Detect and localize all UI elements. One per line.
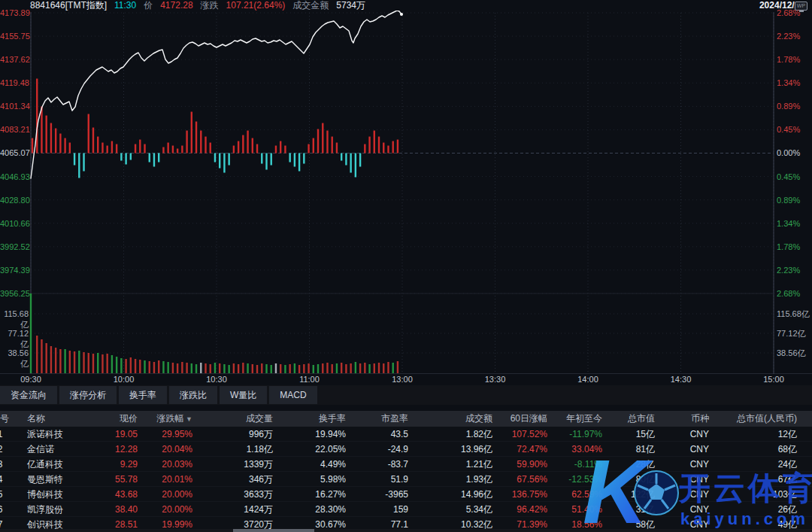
cell-zf60: 107.52% bbox=[494, 427, 549, 442]
cell-xh: 5 bbox=[0, 487, 12, 502]
cell-zdf: 20.00% bbox=[139, 487, 194, 502]
col-header-zsz[interactable]: 总市值 bbox=[604, 411, 656, 427]
table-row[interactable]: 2金信诺12.2820.04%1.18亿22.05%-24.913.96亿72.… bbox=[0, 442, 812, 457]
last-price-dot bbox=[400, 13, 403, 16]
cell-xh: 6 bbox=[0, 502, 12, 517]
cell-syl: 51.9 bbox=[347, 472, 410, 487]
table-body: 1派诺科技19.0529.95%996万19.94%43.51.82亿107.5… bbox=[0, 427, 812, 532]
cell-zszrmb: 12亿 bbox=[710, 427, 798, 442]
col-header-ytd[interactable]: 年初至今 bbox=[549, 411, 604, 427]
cell-mc: 派诺科技 bbox=[12, 427, 102, 442]
cell-cje: 1.21亿 bbox=[410, 457, 494, 472]
time-axis-label: 15:00 bbox=[755, 375, 792, 384]
tab-macd[interactable]: MACD bbox=[269, 386, 317, 404]
cell-zdf: 20.03% bbox=[139, 457, 194, 472]
cell-syl: -83.7 bbox=[347, 457, 410, 472]
cell-mc: 凯淳股份 bbox=[12, 502, 102, 517]
cell-cje: 1.93亿 bbox=[410, 472, 494, 487]
cell-xj: 9.29 bbox=[102, 457, 139, 472]
intraday-chart[interactable]: 4173.894155.754137.624119.484101.344083.… bbox=[0, 11, 812, 374]
cell-xh: 2 bbox=[0, 442, 12, 457]
cell-zszrmb: 68亿 bbox=[710, 442, 798, 457]
cell-cjl: 1424万 bbox=[194, 502, 274, 517]
cell-zf60: 59.90% bbox=[494, 457, 549, 472]
change-label: 涨跌 bbox=[201, 0, 219, 11]
cell-zsz: 122亿 bbox=[604, 487, 656, 502]
table-row[interactable]: 5博创科技43.6820.00%3633万16.27%-396514.96亿13… bbox=[0, 487, 812, 502]
price-label: 价 bbox=[144, 0, 153, 11]
cell-zdf: 20.01% bbox=[139, 472, 194, 487]
col-header-zf60[interactable]: 60日涨幅 bbox=[494, 411, 549, 427]
cell-zszrmb: 67亿 bbox=[710, 472, 798, 487]
cell-syl: 43.5 bbox=[347, 427, 410, 442]
col-header-hsl[interactable]: 换手率 bbox=[274, 411, 347, 427]
cell-ytd: -11.97% bbox=[549, 427, 604, 442]
scrollbar-thumb[interactable] bbox=[233, 529, 314, 532]
cell-cje: 14.96亿 bbox=[410, 487, 494, 502]
tab-fund-flow[interactable]: 资金流向 bbox=[0, 386, 57, 404]
time-axis-label: 09:30 bbox=[12, 375, 50, 384]
cell-zszrmb: 103亿 bbox=[710, 487, 798, 502]
cell-ytd: 62.59% bbox=[549, 487, 604, 502]
table-row[interactable]: 4曼恩斯特55.7820.01%346万5.98%51.91.93亿67.56%… bbox=[0, 472, 812, 487]
time-axis-label: 14:00 bbox=[569, 375, 607, 384]
wp-monitor-icon: WP bbox=[795, 2, 807, 11]
table-header-row: 序号名称现价涨跌幅 ▼成交量换手率市盈率成交额60日涨幅年初至今总市值币种总市值… bbox=[0, 411, 812, 427]
flow-bars bbox=[32, 79, 398, 178]
time-axis-label: 14:30 bbox=[662, 375, 700, 384]
cell-hsl: 19.94% bbox=[274, 427, 347, 442]
cell-bz: CNY bbox=[656, 427, 710, 442]
cell-cjl: 346万 bbox=[194, 472, 274, 487]
cell-bz: CNY bbox=[656, 442, 710, 457]
time-axis-label: 11:00 bbox=[291, 375, 329, 384]
col-header-cjl[interactable]: 成交量 bbox=[194, 411, 274, 427]
turnover-label: 成交金额 bbox=[292, 0, 329, 11]
cell-syl: -24.9 bbox=[347, 442, 410, 457]
cell-xj: 19.05 bbox=[102, 427, 139, 442]
col-header-syl[interactable]: 市盈率 bbox=[347, 411, 410, 427]
cell-zsz: 31亿 bbox=[604, 502, 656, 517]
sort-desc-icon[interactable]: ▼ bbox=[184, 415, 192, 423]
col-header-zdf[interactable]: 涨跌幅 ▼ bbox=[139, 411, 194, 427]
col-header-xj[interactable]: 现价 bbox=[102, 411, 139, 427]
cell-xj: 12.28 bbox=[102, 442, 139, 457]
table-row[interactable]: 3亿通科技9.2920.03%1339万4.49%-83.71.21亿59.90… bbox=[0, 457, 812, 472]
time-axis-label: 13:30 bbox=[477, 375, 514, 384]
tab-w-volume-ratio[interactable]: W量比 bbox=[220, 386, 267, 404]
cell-zdf: 29.95% bbox=[139, 427, 194, 442]
cell-xh: 3 bbox=[0, 457, 12, 472]
cell-syl: 159 bbox=[347, 502, 410, 517]
table-row[interactable]: 1派诺科技19.0529.95%996万19.94%43.51.82亿107.5… bbox=[0, 427, 812, 442]
cell-mc: 曼恩斯特 bbox=[12, 472, 102, 487]
cell-cje: 5.34亿 bbox=[410, 502, 494, 517]
cell-hsl: 28.30% bbox=[274, 502, 347, 517]
tab-limit-up-analysis[interactable]: 涨停分析 bbox=[59, 386, 117, 404]
cell-cje: 1.82亿 bbox=[410, 427, 494, 442]
cell-xh: 1 bbox=[0, 427, 12, 442]
chart-canvas[interactable] bbox=[0, 11, 812, 374]
cell-zf60: 67.56% bbox=[494, 472, 549, 487]
col-header-cje[interactable]: 成交额 bbox=[410, 411, 494, 427]
cell-bz: CNY bbox=[656, 487, 710, 502]
cell-zdf: 20.00% bbox=[139, 502, 194, 517]
tab-turnover-rate[interactable]: 换手率 bbox=[119, 386, 167, 404]
col-header-xh[interactable]: 序号 bbox=[0, 411, 12, 427]
time-axis-label: 13:00 bbox=[383, 375, 421, 384]
stock-app-window: 8841646[TMT指数] 11:30 价 4172.28 涨跌 107.21… bbox=[0, 0, 812, 532]
cell-bz: CNY bbox=[656, 472, 710, 487]
cell-syl: -3965 bbox=[347, 487, 410, 502]
col-header-zszrmb[interactable]: 总市值(人民币) bbox=[710, 411, 798, 427]
cell-hsl: 4.49% bbox=[274, 457, 347, 472]
col-header-bz[interactable]: 币种 bbox=[656, 411, 710, 427]
cell-zsz: 80亿 bbox=[604, 472, 656, 487]
cell-zf60: 96.42% bbox=[494, 502, 549, 517]
cell-bz: CNY bbox=[656, 457, 710, 472]
cell-ytd: -8.11% bbox=[549, 457, 604, 472]
table-row[interactable]: 6凯淳股份38.4020.00%1424万28.30%1595.34亿96.42… bbox=[0, 502, 812, 517]
horizontal-scrollbar[interactable] bbox=[0, 529, 812, 532]
cell-zszrmb: 24亿 bbox=[710, 457, 798, 472]
cell-mc: 亿通科技 bbox=[12, 457, 102, 472]
tab-advance-decline[interactable]: 涨跌比 bbox=[169, 386, 217, 404]
col-header-mc[interactable]: 名称 bbox=[12, 411, 102, 427]
cell-cjl: 3633万 bbox=[194, 487, 274, 502]
